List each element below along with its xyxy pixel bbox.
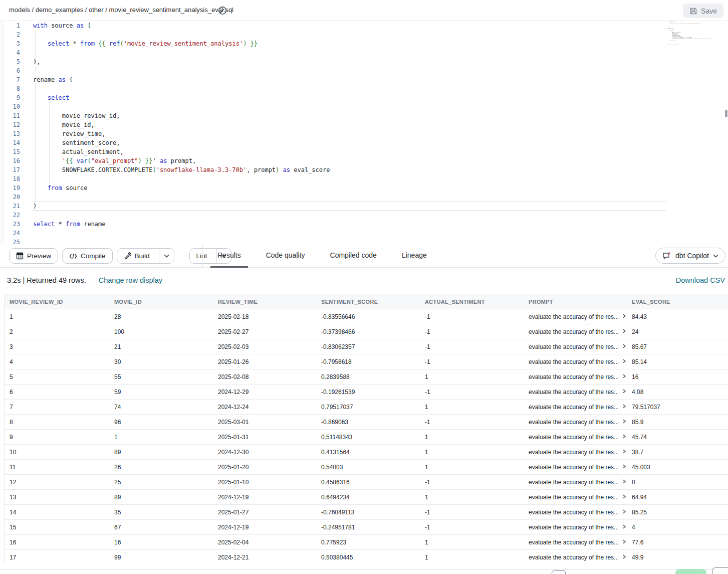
cell-review-time: 2024-12-21 (213, 550, 316, 564)
code-line: actual_sentiment, (33, 147, 330, 156)
line-number: 9 (0, 93, 23, 102)
tab-lineage[interactable]: Lineage (395, 244, 434, 268)
expand-cell-icon[interactable] (622, 359, 626, 363)
code-line: select * from rename (33, 220, 330, 229)
line-number: 15 (0, 147, 23, 156)
partial-green-button[interactable] (675, 569, 706, 574)
code-editor[interactable]: 1234567891011121314151617181920212223242… (0, 21, 728, 244)
cell-movie-review-id: 9 (5, 430, 109, 444)
expand-cell-icon[interactable] (622, 314, 626, 318)
line-number: 13 (0, 129, 23, 138)
code-line (668, 46, 724, 47)
code-line: movie_id, (33, 120, 330, 129)
save-button[interactable]: Save (683, 4, 723, 18)
preview-button[interactable]: Preview (9, 248, 58, 264)
table-row: 12252025-01-100.4586316-1evaluate the ac… (5, 475, 728, 490)
partial-button[interactable] (712, 567, 728, 574)
code-line: SNOWFLAKE.CORTEX.COMPLETE('snowflake-lla… (33, 165, 330, 174)
chevron-down-icon (713, 254, 718, 258)
expand-cell-icon[interactable] (622, 449, 626, 454)
tab-code-quality[interactable]: Code quality (259, 244, 312, 268)
build-label: Build (135, 252, 150, 260)
cell-sentiment-score: -0.869063 (316, 415, 420, 429)
expand-cell-icon[interactable] (622, 479, 626, 484)
code-line (33, 66, 330, 75)
tab-compiled-code[interactable]: Compiled code (323, 244, 384, 268)
cell-eval-score: 85.9 (627, 415, 728, 429)
expand-cell-icon[interactable] (622, 329, 626, 333)
editor-scrollbar-thumb[interactable] (725, 110, 727, 117)
prompt-preview-text: evaluate the accuracy of the res... (529, 539, 619, 546)
cell-actual-sentiment: 1 (420, 490, 524, 504)
cell-prompt: evaluate the accuracy of the res... (524, 339, 627, 354)
lint-button[interactable]: Lint (190, 249, 213, 263)
partial-button[interactable] (552, 570, 566, 574)
cell-prompt: evaluate the accuracy of the res... (524, 354, 627, 369)
cell-review-time: 2025-02-04 (213, 535, 316, 549)
expand-cell-icon[interactable] (622, 404, 626, 409)
cell-actual-sentiment: 1 (420, 430, 524, 444)
cell-movie-review-id: 16 (5, 535, 109, 549)
change-row-display-link[interactable]: Change row display (99, 276, 162, 284)
expand-cell-icon[interactable] (622, 389, 626, 394)
chevron-down-icon (164, 254, 169, 258)
expand-cell-icon[interactable] (622, 374, 626, 378)
code-line (33, 102, 330, 111)
toolbar-divider (202, 244, 203, 267)
compile-button[interactable]: Compile (62, 248, 113, 264)
expand-cell-icon[interactable] (622, 539, 626, 544)
tab-results[interactable]: Results (210, 244, 248, 268)
expand-cell-icon[interactable] (622, 434, 626, 439)
cell-movie-id: 26 (109, 460, 213, 474)
editor-minimap[interactable]: with source as ( select * from {{ ref('m… (668, 21, 724, 49)
cell-movie-review-id: 5 (5, 369, 109, 384)
prompt-preview-text: evaluate the accuracy of the res... (529, 524, 619, 531)
cell-movie-id: 16 (109, 535, 213, 549)
cell-actual-sentiment: -1 (420, 354, 524, 369)
expand-cell-icon[interactable] (622, 524, 626, 529)
cell-eval-score: 85.67 (627, 339, 728, 354)
code-line: select * from {{ ref('movie_review_senti… (33, 39, 330, 48)
expand-cell-icon[interactable] (622, 464, 626, 469)
cell-sentiment-score: -0.7958618 (316, 354, 420, 369)
cell-review-time: 2025-02-18 (213, 309, 316, 324)
expand-cell-icon[interactable] (622, 494, 626, 499)
cell-prompt: evaluate the accuracy of the res... (524, 309, 627, 324)
format-file-button[interactable] (217, 5, 228, 16)
expand-cell-icon[interactable] (622, 344, 626, 348)
cell-movie-id: 1 (109, 430, 213, 444)
cell-actual-sentiment: -1 (420, 339, 524, 354)
line-number: 24 (0, 229, 23, 238)
cell-sentiment-score: 0.4131564 (316, 445, 420, 459)
cell-prompt: evaluate the accuracy of the res... (524, 520, 627, 534)
table-row: 3212025-02-03-0.83062357-1evaluate the a… (5, 339, 728, 354)
cell-actual-sentiment: -1 (420, 505, 524, 519)
col-header-movie-id: MOVIE_ID (109, 294, 213, 309)
cell-actual-sentiment: 1 (420, 550, 524, 564)
build-dropdown-toggle[interactable] (159, 249, 174, 263)
dbt-copilot-button[interactable]: dbt Copilot (655, 248, 725, 264)
results-table: MOVIE_REVIEW_ID MOVIE_ID REVIEW_TIME SEN… (4, 294, 728, 565)
breadcrumb: models / demo_examples / other / movie_r… (9, 6, 233, 14)
cell-review-time: 2025-02-08 (213, 369, 316, 384)
line-number: 19 (0, 183, 23, 193)
code-content[interactable]: with source as ( select * from {{ ref('m… (33, 21, 330, 244)
prompt-preview-text: evaluate the accuracy of the res... (529, 343, 619, 350)
expand-cell-icon[interactable] (622, 509, 626, 514)
cell-review-time: 2025-02-03 (213, 339, 316, 354)
col-header-review-time: REVIEW_TIME (213, 294, 316, 309)
file-header-bar: models / demo_examples / other / movie_r… (0, 0, 728, 21)
code-line: from source (33, 183, 330, 193)
cell-movie-review-id: 6 (5, 385, 109, 399)
expand-cell-icon[interactable] (622, 419, 626, 424)
cell-movie-review-id: 15 (5, 520, 109, 534)
table-row: 6592024-12-29-0.19261539-1evaluate the a… (5, 385, 728, 400)
build-button[interactable]: Build (117, 249, 155, 263)
expand-cell-icon[interactable] (622, 554, 626, 559)
cell-sentiment-score: -0.83062357 (316, 339, 420, 354)
line-number: 18 (0, 174, 23, 183)
cell-movie-review-id: 11 (5, 460, 109, 474)
cell-review-time: 2025-01-27 (213, 505, 316, 519)
download-csv-link[interactable]: Download CSV (676, 276, 725, 284)
code-line: review_time, (33, 129, 330, 138)
